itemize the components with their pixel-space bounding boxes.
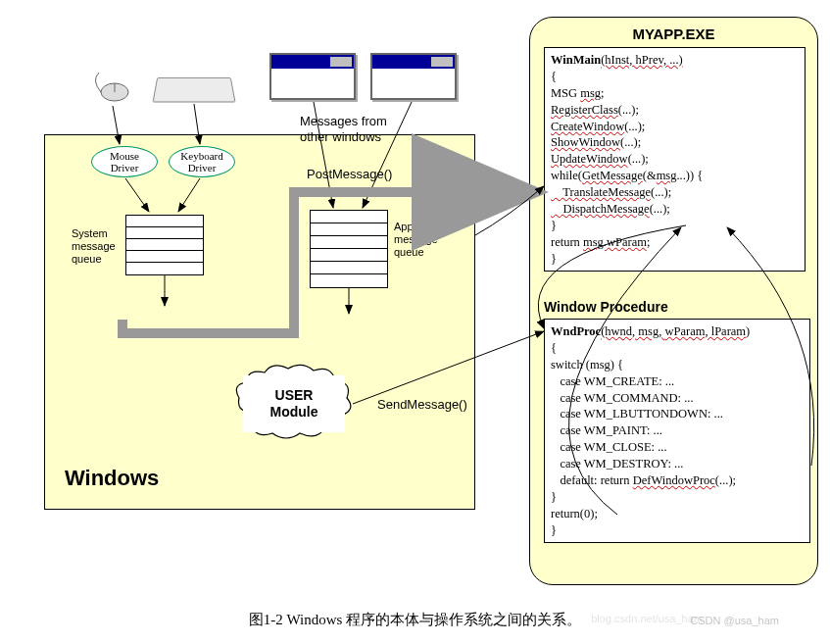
system-message-queue [125, 215, 204, 275]
mouse-icon [93, 71, 132, 104]
other-window-1 [269, 53, 356, 100]
myapp-title: MYAPP.EXE [530, 25, 817, 42]
wndproc-code: WndProc(hwnd, msg, wParam, lParam) { swi… [544, 319, 810, 543]
keyboard-driver: Keyboard Driver [169, 146, 235, 177]
other-window-2 [370, 53, 457, 100]
watermark-blog: blog.csdn.net/usa_ham [591, 613, 703, 624]
mouse-driver: Mouse Driver [91, 146, 158, 177]
app-queue-label: Application message queue [394, 221, 447, 260]
winmain-code: WinMain(hInst, hPrev, ...) { MSG msg; Re… [544, 47, 806, 272]
windows-label: Windows [65, 466, 159, 491]
keyboard-icon [152, 77, 235, 102]
window-procedure-label: Window Procedure [544, 299, 668, 315]
postmessage-label: PostMessage() [307, 167, 392, 181]
system-queue-label: System message queue [72, 227, 116, 267]
sendmessage-label: SendMessage() [377, 397, 467, 412]
user-module: USER Module [243, 375, 345, 432]
windows-box: Windows [44, 134, 475, 510]
diagram-canvas: Windows Mouse Driver Keyboard Driver Sys… [0, 0, 830, 598]
application-message-queue [310, 210, 388, 288]
messages-from-label: Messages from other windows [300, 114, 387, 144]
watermark-csdn: CSDN @usa_ham [690, 615, 779, 626]
